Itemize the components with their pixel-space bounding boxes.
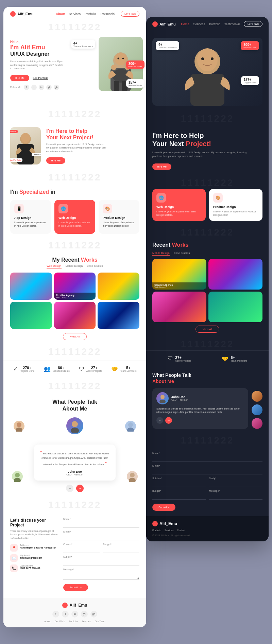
dark-product-design-card[interactable]: 🎨 Product Design I have 4+ years of expe… — [209, 189, 262, 221]
social-fb-icon[interactable]: f — [24, 85, 29, 90]
tab-web-design[interactable]: Web Design — [47, 264, 61, 268]
tab-case-studies[interactable]: Case Studies — [87, 264, 103, 268]
social-yt-icon[interactable]: yt — [46, 85, 52, 90]
dark-lets-talk-button[interactable]: Let's Talk — [244, 21, 262, 27]
stat-active-info: 27+ Active Projects — [86, 366, 102, 372]
dark-nav-portfolio[interactable]: Portfolio — [209, 22, 220, 26]
dark-badge-happy: 157+ Happy Clients — [241, 76, 259, 85]
dark-web-design-card[interactable]: 🌐 Web Design I have 4+ years of experien… — [152, 189, 206, 221]
svg-point-20 — [129, 478, 136, 482]
work-item-3[interactable] — [98, 273, 139, 300]
badge-happy-clients: 157+ Happy Clients — [126, 79, 144, 88]
social-tw-icon[interactable]: t — [31, 85, 37, 90]
footer-link-team[interactable]: Our Team — [95, 620, 105, 623]
footer-fb-icon[interactable]: f — [52, 611, 59, 617]
stat-members-info: 5+ Team Members — [120, 366, 136, 372]
email-icon: ✉️ — [10, 554, 18, 562]
contact-section: Let's discuss your Project There are man… — [3, 511, 146, 598]
nav-about[interactable]: About — [56, 12, 65, 16]
dark-work-item-2[interactable] — [208, 259, 262, 290]
logo-dot-icon — [10, 11, 16, 17]
footer-link-portfolio[interactable]: Portfolio — [69, 620, 78, 623]
footer-link-about[interactable]: About — [44, 620, 50, 623]
see-portfolio-button[interactable]: See Portfolio — [33, 76, 48, 80]
dark-prev-button[interactable]: ← — [156, 417, 163, 424]
dark-work-item-3[interactable] — [152, 292, 206, 322]
next-testimonial-button[interactable]: → — [76, 485, 84, 492]
dark-work-item-4[interactable] — [208, 292, 262, 322]
product-design-card[interactable]: 🎨 Product Design I have 4+ years of expe… — [99, 200, 139, 234]
work-item-1[interactable] — [10, 273, 52, 300]
social-gh-icon[interactable]: gh — [54, 85, 59, 90]
lets-talk-button[interactable]: Let's Talk — [121, 11, 139, 17]
contact-input[interactable] — [63, 547, 100, 553]
nav-services[interactable]: Services — [69, 12, 81, 16]
work-item-6[interactable] — [98, 302, 139, 329]
svg-point-17 — [15, 473, 20, 477]
name-input[interactable] — [63, 522, 139, 528]
hire-me-cta-button[interactable]: Hire Me — [46, 157, 65, 164]
svg-point-12 — [21, 133, 30, 143]
dark-hire-me-button[interactable]: Hire Me — [152, 163, 171, 170]
app-design-card[interactable]: 📱 App Design I have 4+ years of experien… — [10, 200, 51, 234]
nav-portfolio[interactable]: Portfolio — [85, 12, 96, 16]
footer-logo-text: Alif_Emu — [69, 603, 87, 608]
dark-form-row-2: Budget* Message* — [152, 490, 262, 502]
work-type-2: Web Design — [56, 296, 94, 298]
dark-footer-link-services[interactable]: Services — [165, 529, 174, 532]
dark-solution-input[interactable] — [152, 482, 206, 487]
dark-message-label: Message* — [209, 490, 262, 492]
web-design-card[interactable]: 🌐 Web Design I have 4+ years of experien… — [54, 200, 95, 234]
subject-input[interactable] — [63, 560, 139, 565]
dark-testimonial-quote: Suspendisse ultrices at diam lectus null… — [156, 407, 244, 414]
prev-testimonial-button[interactable]: ← — [66, 485, 73, 492]
dark-tab-mobile[interactable]: Mobile Design — [152, 251, 170, 256]
web-design-icon: 🌐 — [58, 204, 68, 213]
submit-button[interactable]: Submit → — [63, 584, 88, 591]
social-in-icon[interactable]: in — [39, 85, 44, 90]
dark-watermark-5: 11111222 — [146, 434, 269, 447]
footer-link-services[interactable]: Services — [82, 620, 91, 623]
email-input[interactable] — [63, 535, 139, 540]
dark-tab-case[interactable]: Case Studies — [174, 251, 190, 256]
nav-testimonial[interactable]: Testimonial — [100, 12, 115, 16]
dark-work-item-1[interactable]: Creative Agency Web Design — [152, 259, 206, 290]
footer-in-icon[interactable]: in — [71, 611, 78, 617]
dark-email-input[interactable] — [152, 469, 262, 474]
footer-light: Alif_Emu f t in yt gh About Our Work Por… — [3, 598, 146, 627]
dark-footer-link-contact[interactable]: Contact — [177, 529, 185, 532]
testimonial-section: What People Talk About Me — [3, 392, 146, 499]
footer-gh-icon[interactable]: gh — [90, 611, 97, 617]
work-item-4[interactable] — [10, 302, 52, 329]
work-item-2[interactable]: Creative Agency Web Design — [54, 273, 96, 300]
dark-nav-home[interactable]: Home — [181, 22, 189, 26]
dark-footer-link-portfolio[interactable]: Portfolio — [152, 529, 161, 532]
dark-nav-testimonial[interactable]: Testimonial — [224, 22, 240, 26]
phone-label: Call Me Now — [20, 564, 40, 567]
dark-message-input[interactable] — [209, 494, 262, 500]
dark-next-button[interactable]: → — [165, 417, 172, 424]
dark-submit-button[interactable]: Submit > — [152, 504, 175, 511]
dark-name-input[interactable] — [152, 456, 262, 462]
budget-input[interactable] — [103, 547, 139, 553]
dark-study-input[interactable] — [209, 482, 262, 487]
phone-value: +880 1476 788 411 — [20, 567, 40, 569]
dark-side-avatar-2 — [252, 404, 262, 415]
view-all-button[interactable]: View All — [63, 333, 87, 340]
submit-label: Submit — [69, 586, 78, 589]
footer-tw-icon[interactable]: t — [62, 611, 69, 617]
footer-yt-icon[interactable]: yt — [81, 611, 88, 617]
dark-message-field: Message* — [209, 490, 262, 500]
work-item-5[interactable] — [54, 302, 96, 329]
dark-nav-services[interactable]: Services — [193, 22, 205, 26]
tab-mobile-design[interactable]: Mobile Design — [66, 264, 83, 268]
watermark-4: 11111222 — [3, 239, 146, 251]
dark-view-all-button[interactable]: View All — [196, 326, 219, 333]
nav-light: Alif_Emu About Services Portfolio Testim… — [3, 7, 146, 21]
watermark-2: 11111222 — [3, 108, 146, 120]
hire-me-button[interactable]: Hire Me — [10, 75, 29, 81]
footer-link-work[interactable]: Our Work — [55, 620, 65, 623]
dark-budget-input[interactable] — [152, 494, 206, 500]
testimonial-container: " Suspendisse ultrices at diam lectus nu… — [10, 417, 139, 492]
message-input[interactable] — [63, 571, 139, 580]
